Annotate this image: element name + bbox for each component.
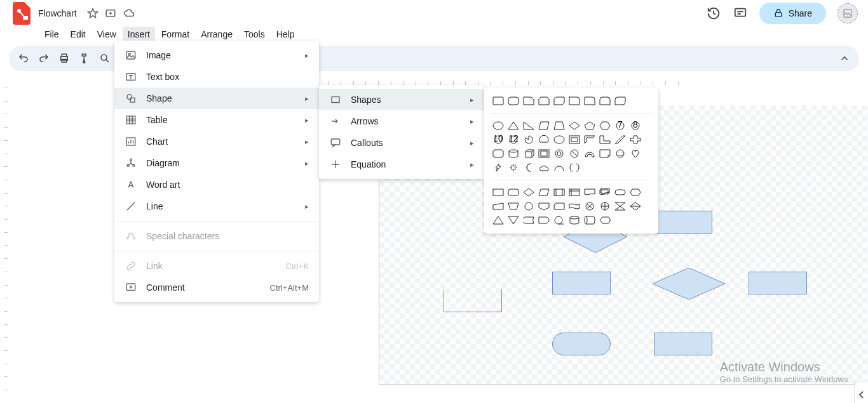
flowchart-connector[interactable] bbox=[522, 201, 535, 212]
insert-shape[interactable]: Shape▸ bbox=[114, 88, 319, 109]
insert-chart[interactable]: Chart▸ bbox=[114, 131, 319, 152]
zoom-icon[interactable] bbox=[99, 53, 111, 64]
shape-cube[interactable] bbox=[522, 148, 535, 159]
shape-oval[interactable] bbox=[492, 120, 505, 131]
shape-arc[interactable] bbox=[553, 162, 566, 173]
undo-icon[interactable] bbox=[18, 53, 29, 64]
shape-diamond[interactable] bbox=[653, 268, 725, 300]
insert-wordart[interactable]: Word art bbox=[114, 174, 319, 195]
flowchart-offpage[interactable] bbox=[538, 201, 550, 212]
shape-right-triangle[interactable] bbox=[522, 120, 535, 131]
shape-round-same[interactable] bbox=[599, 95, 611, 107]
shape-diamond[interactable] bbox=[568, 120, 581, 131]
flowchart-terminator[interactable] bbox=[614, 187, 627, 198]
share-button[interactable]: Share bbox=[759, 3, 826, 24]
shape-folded-corner[interactable] bbox=[599, 148, 611, 159]
shape-lightning[interactable] bbox=[492, 162, 505, 173]
shape-heptagon[interactable]: 7 bbox=[614, 120, 627, 131]
insert-table[interactable]: Table▸ bbox=[114, 109, 319, 131]
shape-rect[interactable] bbox=[654, 333, 712, 355]
history-icon[interactable] bbox=[706, 6, 721, 21]
flowchart-direct-access[interactable] bbox=[583, 215, 596, 226]
flowchart-delay[interactable] bbox=[538, 215, 550, 226]
flowchart-data[interactable] bbox=[538, 187, 550, 198]
insert-textbox[interactable]: Text box bbox=[114, 66, 319, 88]
shape-teardrop[interactable] bbox=[553, 134, 566, 145]
flowchart-decision[interactable] bbox=[522, 187, 535, 198]
submenu-callouts[interactable]: Callouts▸ bbox=[319, 132, 484, 154]
shape-snip-round[interactable] bbox=[568, 95, 581, 107]
shape-hexagon[interactable] bbox=[599, 120, 611, 131]
move-icon[interactable] bbox=[105, 8, 116, 19]
submenu-equation[interactable]: Equation▸ bbox=[319, 154, 484, 175]
flowchart-stored-data[interactable] bbox=[522, 215, 535, 226]
shape-snip-diag[interactable] bbox=[553, 95, 566, 107]
side-panel-toggle[interactable] bbox=[854, 381, 868, 403]
flowchart-internal-storage[interactable] bbox=[568, 187, 581, 198]
insert-line[interactable]: Line▸ bbox=[114, 195, 319, 217]
collapse-toolbar-icon[interactable] bbox=[839, 53, 850, 64]
menu-arrange[interactable]: Arrange bbox=[196, 27, 238, 42]
shape-can[interactable] bbox=[507, 148, 520, 159]
flowchart-collate[interactable] bbox=[614, 201, 627, 212]
flowchart-process[interactable] bbox=[492, 187, 505, 198]
shape-snip-same[interactable] bbox=[538, 95, 550, 107]
menu-edit[interactable]: Edit bbox=[65, 27, 91, 42]
flowchart-magnetic-disk[interactable] bbox=[568, 215, 581, 226]
flowchart-extract[interactable] bbox=[492, 215, 505, 226]
menu-tools[interactable]: Tools bbox=[239, 27, 270, 42]
menu-format[interactable]: Format bbox=[156, 27, 194, 42]
flowchart-card[interactable] bbox=[553, 201, 566, 212]
shape-diagonal-stripe[interactable] bbox=[614, 134, 627, 145]
insert-comment[interactable]: CommentCtrl+Alt+M bbox=[114, 277, 319, 298]
shape-parallelogram[interactable] bbox=[538, 120, 550, 131]
shape-triangle[interactable] bbox=[507, 120, 520, 131]
paint-format-icon[interactable] bbox=[79, 53, 90, 64]
shape-round-single[interactable] bbox=[583, 95, 596, 107]
menu-view[interactable]: View bbox=[92, 27, 121, 42]
shape-dodecagon[interactable]: 12 bbox=[507, 134, 520, 145]
shape-chord[interactable] bbox=[538, 134, 550, 145]
flowchart-punched-tape[interactable] bbox=[568, 201, 581, 212]
shape-cross[interactable] bbox=[629, 134, 642, 145]
flowchart-display[interactable] bbox=[599, 215, 611, 226]
flowchart-summing[interactable] bbox=[583, 201, 596, 212]
shape-bevel[interactable] bbox=[538, 148, 550, 159]
shape-donut[interactable] bbox=[553, 148, 566, 159]
flowchart-manual-input[interactable] bbox=[492, 201, 505, 212]
shape-pie[interactable] bbox=[522, 134, 535, 145]
cloud-icon[interactable] bbox=[123, 8, 135, 19]
submenu-shapes[interactable]: Shapes▸ bbox=[319, 89, 484, 110]
flowchart-manual-operation[interactable] bbox=[507, 201, 520, 212]
shape-trapezoid[interactable] bbox=[553, 120, 566, 131]
shape-frame[interactable] bbox=[568, 134, 581, 145]
flowchart-multidocument[interactable] bbox=[599, 187, 611, 198]
shape-block-arc[interactable] bbox=[583, 148, 596, 159]
shape-round-diag[interactable] bbox=[614, 95, 627, 107]
shape-snip-corner[interactable] bbox=[522, 95, 535, 107]
flowchart-document[interactable] bbox=[583, 187, 596, 198]
shape-bracket[interactable] bbox=[568, 162, 581, 173]
shape-cloud[interactable] bbox=[538, 162, 550, 173]
shape-moon[interactable] bbox=[522, 162, 535, 173]
print-icon[interactable] bbox=[58, 53, 70, 64]
shape-terminator[interactable] bbox=[552, 333, 611, 355]
shape-heart[interactable] bbox=[629, 148, 642, 159]
star-icon[interactable] bbox=[87, 8, 98, 19]
shape-l-shape[interactable] bbox=[599, 134, 611, 145]
app-logo[interactable] bbox=[10, 2, 33, 25]
shape-plaque[interactable] bbox=[492, 148, 505, 159]
shape-smiley[interactable] bbox=[614, 148, 627, 159]
menu-insert[interactable]: Insert bbox=[123, 27, 155, 42]
flowchart-preparation[interactable] bbox=[629, 187, 642, 198]
shape-rounded-rectangle[interactable] bbox=[507, 95, 520, 107]
flowchart-alternate[interactable] bbox=[507, 187, 520, 198]
flowchart-sort[interactable] bbox=[629, 201, 642, 212]
flowchart-predefined[interactable] bbox=[553, 187, 566, 198]
shape-no-symbol[interactable] bbox=[568, 148, 581, 159]
shape-rect[interactable] bbox=[552, 272, 611, 294]
shape-partial-rect[interactable] bbox=[444, 289, 502, 312]
flowchart-merge[interactable] bbox=[507, 215, 520, 226]
shape-decagon[interactable]: 10 bbox=[492, 134, 505, 145]
redo-icon[interactable] bbox=[38, 53, 50, 64]
